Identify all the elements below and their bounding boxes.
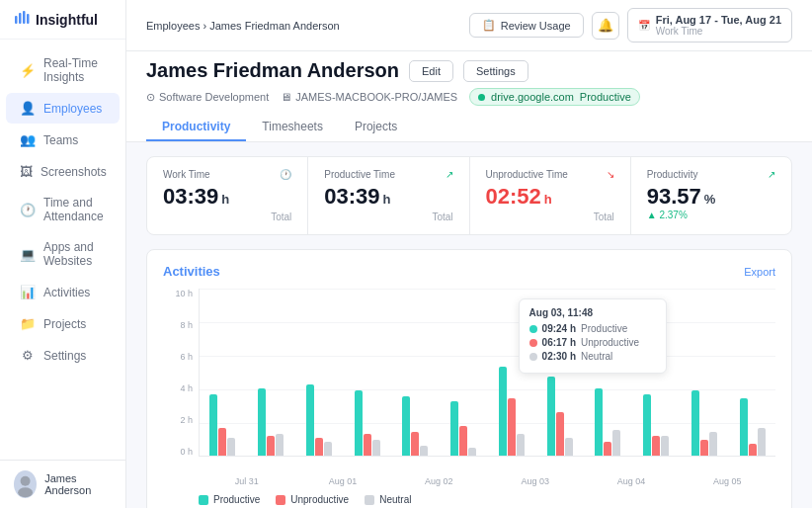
productive-time-unit: h (383, 192, 391, 207)
bar-neutral (709, 432, 717, 456)
dept-info: ⊙ Software Development (146, 91, 269, 104)
bar-productive (499, 367, 507, 456)
bar-productive (643, 394, 651, 456)
x-label-0: Jul 31 (199, 476, 294, 486)
edit-button[interactable]: Edit (409, 60, 453, 82)
stat-unproductive-time: Unproductive Time ↘ 02:52 h Total (470, 157, 631, 234)
bar-neutral (420, 446, 428, 456)
employees-icon: 👤 (20, 101, 36, 116)
export-button[interactable]: Export (744, 266, 775, 278)
legend-dot-unproductive (276, 495, 285, 505)
notifications-button[interactable]: 🔔 (592, 12, 619, 40)
sidebar-item-realtime[interactable]: ⚡ Real-Time Insights (6, 48, 120, 92)
activities-icon: 📊 (20, 285, 36, 299)
bar-neutral (565, 438, 573, 456)
activities-chart-container: Activities Export 10 h 8 h 6 h 4 h (146, 249, 792, 508)
tooltip-val-productive: 09:24 h (542, 323, 576, 334)
main-content: Employees › James Friedman Anderson 📋 Re… (126, 0, 812, 508)
legend-dot-productive (199, 495, 208, 505)
device-info: 🖥 JAMES-MACBOOK-PRO/JAMES (281, 91, 457, 103)
tab-projects[interactable]: Projects (339, 114, 413, 141)
sidebar-footer: James Anderson (0, 460, 125, 508)
svg-rect-3 (27, 14, 30, 24)
x-label-1: Aug 01 (294, 476, 390, 486)
date-sub: Work Time (656, 26, 781, 37)
bar-productive (402, 396, 410, 456)
bar-unproductive (218, 428, 226, 456)
bar-group-10 (682, 289, 728, 456)
review-icon: 📋 (482, 19, 496, 32)
sidebar-item-apps[interactable]: 💻 Apps and Websites (6, 232, 120, 276)
y-axis: 10 h 8 h 6 h 4 h 2 h 0 h (163, 289, 193, 457)
screenshots-icon: 🖼 (20, 164, 33, 179)
x-label-4: Aug 04 (583, 476, 679, 486)
svg-point-4 (21, 476, 31, 486)
y-label-6h: 6 h (163, 352, 193, 362)
review-usage-button[interactable]: 📋 Review Usage (469, 13, 584, 38)
x-label-5: Aug 05 (680, 476, 775, 486)
tooltip-title: Aug 03, 11:48 (529, 307, 656, 318)
stat-work-label: Work Time 🕐 (163, 169, 291, 180)
productivity-value: 93.57 (647, 184, 701, 210)
bell-icon: 🔔 (598, 18, 613, 33)
dept-icon: ⊙ (146, 91, 155, 104)
y-label-0h: 0 h (163, 447, 193, 457)
settings-button[interactable]: Settings (463, 60, 528, 82)
employee-header: James Friedman Anderson Edit Settings ⊙ … (126, 51, 812, 142)
productivity-trend-icon: ↗ (768, 169, 775, 180)
tooltip-lbl-unproductive: Unproductive (581, 337, 639, 348)
employee-title-row: James Friedman Anderson Edit Settings (146, 59, 792, 82)
bar-neutral (758, 428, 766, 456)
productivity-sub: ▲ 2.37% (647, 210, 775, 220)
tooltip-row-unproductive: 06:17 h Unproductive (529, 337, 656, 348)
realtime-icon: ⚡ (20, 63, 36, 78)
bar-unproductive (364, 434, 371, 456)
bar-group-3 (344, 289, 390, 456)
sidebar-item-projects[interactable]: 📁 Projects (6, 308, 120, 339)
tooltip-dot-unproductive (529, 339, 537, 347)
sidebar-item-label: Time and Attendance (43, 196, 106, 223)
tab-productivity[interactable]: Productivity (146, 114, 246, 141)
sidebar-item-timeattendance[interactable]: 🕐 Time and Attendance (6, 188, 120, 231)
sidebar-item-settings[interactable]: ⚙ Settings (6, 340, 120, 371)
bar-unproductive (749, 444, 757, 456)
legend-unproductive: Unproductive (276, 494, 349, 505)
productive-time-value: 03:39 (324, 184, 379, 210)
bar-productive (209, 394, 217, 456)
breadcrumb-current: James Friedman Anderson (209, 20, 339, 32)
device-icon: 🖥 (281, 91, 291, 103)
breadcrumb: Employees › James Friedman Anderson (146, 20, 340, 32)
productive-time-total: Total (324, 212, 452, 222)
unproductive-trend-icon: ↘ (607, 169, 614, 180)
active-site-status: Productive (580, 91, 631, 103)
bar-productive (740, 398, 748, 456)
y-label-4h: 4 h (163, 383, 193, 393)
apps-icon: 💻 (20, 247, 36, 262)
bar-group-5 (441, 289, 487, 456)
sidebar-item-screenshots[interactable]: 🖼 Screenshots (6, 156, 120, 187)
bar-group-2 (296, 289, 343, 456)
sidebar-item-teams[interactable]: 👥 Teams (6, 125, 120, 155)
sidebar-item-activities[interactable]: 📊 Activities (6, 277, 120, 307)
x-label-2: Aug 02 (391, 476, 487, 486)
stat-productive-time: Productive Time ↗ 03:39 h Total (308, 157, 469, 234)
header-actions: 📋 Review Usage 🔔 📅 Fri, Aug 17 - Tue, Au… (469, 8, 792, 42)
dept-label: Software Development (159, 91, 269, 103)
active-site-url: drive.google.com (491, 91, 574, 103)
logo: Insightful (0, 0, 125, 40)
activities-header: Activities Export (163, 264, 775, 279)
sidebar: Insightful ⚡ Real-Time Insights 👤 Employ… (0, 0, 126, 508)
bar-group-4 (392, 289, 439, 456)
sidebar-item-employees[interactable]: 👤 Employees (6, 93, 120, 124)
stat-prod-pct-label: Productivity ↗ (647, 169, 775, 180)
stat-prod-label: Productive Time ↗ (324, 169, 452, 180)
tab-timesheets[interactable]: Timesheets (246, 114, 339, 141)
x-label-3: Aug 03 (487, 476, 583, 486)
date-range-picker[interactable]: 📅 Fri, Aug 17 - Tue, Aug 21 Work Time (627, 8, 792, 42)
tooltip-dot-neutral (529, 353, 537, 361)
sidebar-item-label: Projects (43, 317, 86, 331)
svg-point-5 (18, 487, 33, 497)
bar-unproductive (459, 426, 467, 456)
sidebar-item-label: Teams (43, 133, 78, 147)
legend-label-neutral: Neutral (379, 494, 411, 505)
